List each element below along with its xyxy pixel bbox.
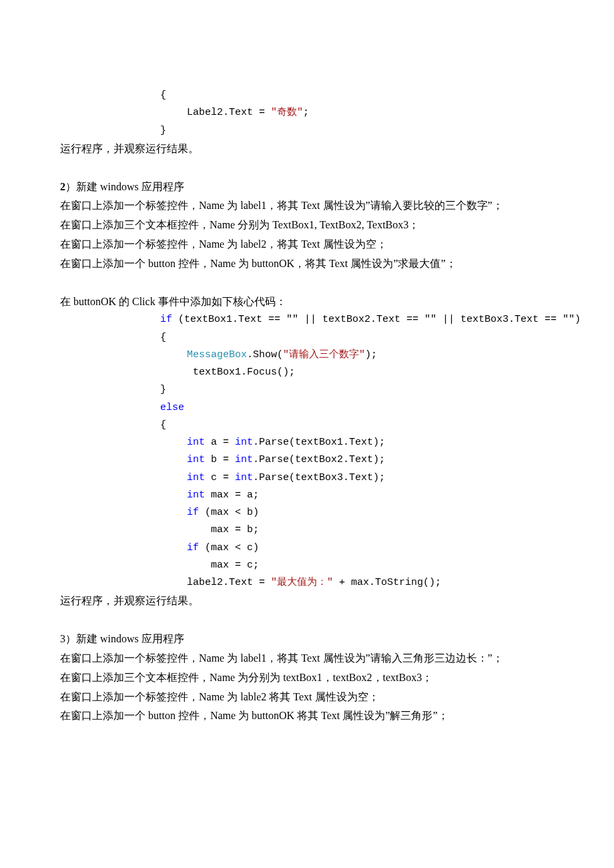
section-title-text: ）新建 windows 应用程序 bbox=[65, 181, 184, 192]
code-line: int a = int.Parse(textBox1.Text); bbox=[60, 434, 554, 451]
code-text: ); bbox=[365, 349, 377, 361]
paragraph: 运行程序，并观察运行结果。 bbox=[60, 592, 554, 611]
paragraph: 在 buttonOK 的 Click 事件中添加如下核心代码： bbox=[60, 292, 554, 312]
code-line: } bbox=[60, 381, 554, 399]
paragraph: 运行程序，并观察运行结果。 bbox=[60, 140, 554, 159]
code-string: "最大值为：" bbox=[271, 577, 333, 588]
code-keyword: int bbox=[187, 437, 205, 448]
code-keyword: if bbox=[187, 507, 199, 518]
code-string: "请输入三个数字" bbox=[283, 349, 365, 361]
paragraph: 在窗口上添加一个标签控件，Name 为 lable2 将其 Text 属性设为空… bbox=[60, 688, 554, 707]
code-keyword: int bbox=[187, 454, 205, 465]
code-line: if (max < b) bbox=[60, 504, 554, 521]
code-line: else bbox=[60, 399, 554, 417]
code-keyword: if bbox=[187, 542, 199, 554]
code-text: + max.ToString(); bbox=[333, 577, 441, 588]
paragraph: 在窗口上添加一个标签控件，Name 为 label1，将其 Text 属性设为”… bbox=[60, 649, 554, 668]
section-title-3: 3）新建 windows 应用程序 bbox=[60, 630, 554, 649]
code-keyword: int bbox=[187, 472, 205, 483]
code-keyword: if bbox=[160, 314, 172, 325]
code-line: Label2.Text = "奇数"; bbox=[60, 104, 554, 122]
code-text: (textBox1.Text == "" || textBox2.Text ==… bbox=[172, 314, 581, 325]
code-keyword: int bbox=[235, 454, 253, 465]
paragraph: 在窗口上添加三个文本框控件，Name 分别为 TextBox1, TextBox… bbox=[60, 216, 554, 235]
paragraph: 在窗口上添加一个标签控件，Name 为 label1，将其 Text 属性设为”… bbox=[60, 196, 554, 216]
code-text: .Show( bbox=[247, 349, 283, 361]
paragraph: 在窗口上添加一个标签控件，Name 为 label2，将其 Text 属性设为空… bbox=[60, 235, 554, 254]
code-line: int c = int.Parse(textBox3.Text); bbox=[60, 469, 554, 487]
code-text: Label2.Text = bbox=[187, 107, 271, 118]
code-line: max = c; bbox=[60, 557, 554, 574]
code-text: a = bbox=[205, 437, 235, 448]
code-text: b = bbox=[205, 454, 235, 465]
code-keyword: else bbox=[160, 402, 184, 413]
code-line: { bbox=[60, 417, 554, 434]
code-line: int max = a; bbox=[60, 487, 554, 504]
code-text: c = bbox=[205, 472, 235, 483]
paragraph: 在窗口上添加三个文本框控件，Name 为分别为 textBox1，textBox… bbox=[60, 668, 554, 688]
code-text: (max < b) bbox=[199, 507, 259, 518]
code-text: .Parse(textBox1.Text); bbox=[253, 437, 385, 448]
code-line: if (max < c) bbox=[60, 539, 554, 557]
paragraph: 在窗口上添加一个 button 控件，Name 为 buttonOK，将其 Te… bbox=[60, 254, 554, 274]
code-text: (max < c) bbox=[199, 542, 259, 554]
code-keyword: int bbox=[235, 437, 253, 448]
code-text: max = a; bbox=[205, 489, 259, 501]
code-line: max = b; bbox=[60, 521, 554, 539]
code-text: ; bbox=[303, 107, 309, 118]
code-line: } bbox=[60, 122, 554, 140]
code-line: textBox1.Focus(); bbox=[60, 364, 554, 381]
code-class: MessageBox bbox=[187, 349, 247, 361]
code-keyword: int bbox=[235, 472, 253, 483]
code-line: { bbox=[60, 87, 554, 104]
code-text: .Parse(textBox2.Text); bbox=[253, 454, 385, 465]
code-line: MessageBox.Show("请输入三个数字"); bbox=[60, 347, 554, 364]
code-keyword: int bbox=[187, 489, 205, 501]
code-line: { bbox=[60, 329, 554, 347]
paragraph: 在窗口上添加一个 button 控件，Name 为 buttonOK 将其 Te… bbox=[60, 706, 554, 726]
code-line: int b = int.Parse(textBox2.Text); bbox=[60, 451, 554, 469]
section-title-2: 2）新建 windows 应用程序 bbox=[60, 178, 554, 197]
document-page: { Label2.Text = "奇数"; } 运行程序，并观察运行结果。 2）… bbox=[0, 0, 614, 868]
code-text: label2.Text = bbox=[187, 577, 271, 588]
code-text: .Parse(textBox3.Text); bbox=[253, 472, 385, 483]
code-string: "奇数" bbox=[271, 107, 303, 118]
code-line: if (textBox1.Text == "" || textBox2.Text… bbox=[60, 311, 554, 329]
code-line: label2.Text = "最大值为：" + max.ToString(); bbox=[60, 574, 554, 592]
section-number: 2 bbox=[60, 181, 65, 192]
